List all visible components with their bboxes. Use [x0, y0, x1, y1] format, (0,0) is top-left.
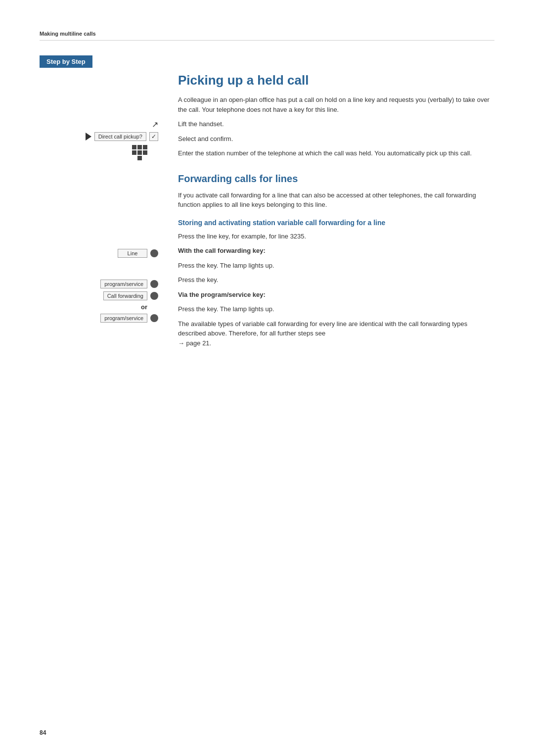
or-label: or — [40, 303, 158, 311]
section2-title: Forwarding calls for lines — [178, 173, 494, 185]
page: Making multiline calls Step by Step ↗ Di… — [0, 0, 534, 756]
program-service-key-2: program/service — [100, 314, 147, 323]
direct-call-pickup-row: Direct call pickup? ✓ — [40, 132, 158, 141]
keypad-icon-area — [40, 145, 158, 160]
keypad-cell — [137, 150, 142, 155]
keypad-cell — [143, 156, 147, 160]
line-circle-indicator — [150, 249, 158, 257]
keypad-row2 — [132, 150, 147, 155]
keypad-cell — [137, 145, 142, 149]
section1-step2: Select and confirm. — [178, 134, 494, 144]
section2-intro: If you activate call forwarding for a li… — [178, 190, 494, 210]
line-key-button: Line — [118, 249, 147, 258]
handset-row: ↗ — [40, 120, 158, 129]
section1-title: Picking up a held call — [178, 73, 494, 88]
keypad-cell — [143, 150, 147, 155]
direct-call-pickup-button: Direct call pickup? — [94, 132, 146, 141]
page-header-title: Making multiline calls — [40, 31, 96, 37]
keypad-cell — [137, 156, 142, 160]
keypad-cell — [132, 156, 136, 160]
program-service-circle-1 — [150, 280, 158, 288]
via-program-service-label: Via the program/service key: — [178, 290, 494, 300]
step-program-service-1: Press the key. The lamp lights up. — [178, 261, 494, 271]
program-service-row-1: program/service — [40, 280, 158, 288]
section1-step3: Enter the station number of the telephon… — [178, 148, 494, 158]
play-icon — [86, 133, 91, 141]
step-call-forwarding: Press the key. — [178, 275, 494, 285]
page-number: 84 — [40, 729, 46, 736]
keypad-cell — [132, 150, 136, 155]
left-column: ↗ Direct call pickup? ✓ — [40, 68, 168, 353]
handset-icon: ↗ — [152, 120, 158, 129]
with-call-forwarding-label: With the call forwarding key: — [178, 246, 494, 256]
subsection-title: Storing and activating station variable … — [178, 219, 494, 227]
step-program-service-2: Press the key. The lamp lights up. — [178, 304, 494, 314]
line-key-row: Line — [40, 249, 158, 258]
keypad-row1 — [132, 145, 147, 149]
section1-step1: Lift the handset. — [178, 119, 494, 129]
step-by-step-box: Step by Step — [40, 55, 92, 68]
right-column: Picking up a held call A colleague in an… — [168, 68, 494, 353]
checkbox-icon: ✓ — [149, 132, 158, 141]
program-service-row-2: program/service — [40, 314, 158, 323]
program-service-key-1: program/service — [100, 280, 147, 288]
call-forwarding-circle — [150, 292, 158, 300]
call-forwarding-key: Call forwarding — [103, 291, 147, 300]
conclusion-text: The available types of variable call for… — [178, 319, 494, 348]
keypad-cell — [132, 145, 136, 149]
call-forwarding-row: Call forwarding — [40, 291, 158, 300]
line-key-desc: Press the line key, for example, for lin… — [178, 232, 494, 241]
page-header: Making multiline calls — [40, 30, 494, 41]
keypad-row3 — [132, 156, 147, 160]
program-service-circle-2 — [150, 314, 158, 322]
content-area: ↗ Direct call pickup? ✓ — [40, 68, 494, 353]
section1-intro: A colleague in an open-plan office has p… — [178, 95, 494, 114]
keypad-cell — [143, 145, 147, 149]
